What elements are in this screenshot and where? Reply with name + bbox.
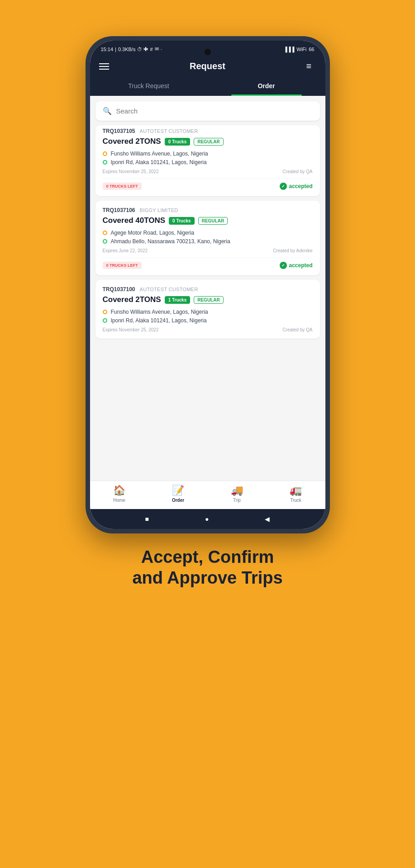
battery-icon: 66 bbox=[309, 47, 314, 52]
regular-badge-1: REGULAR bbox=[198, 217, 228, 225]
android-circle-btn[interactable]: ● bbox=[205, 515, 209, 523]
trq-id-1: TRQ1037106 bbox=[103, 207, 135, 213]
tab-order[interactable]: Order bbox=[208, 77, 325, 95]
request-card-2[interactable]: TRQ1037100 AUTOTEST CUSTOMER Covered 2TO… bbox=[95, 280, 320, 339]
card-footer-0: Expires November 25, 2022 Created by QA bbox=[103, 169, 313, 174]
tab-truck-request[interactable]: Truck Request bbox=[90, 77, 208, 95]
destination-row-0: Iponri Rd, Alaka 101241, Lagos, Nigeria bbox=[103, 159, 313, 165]
tab-bar: Truck Request Order bbox=[90, 77, 325, 96]
home-icon: 🏠 bbox=[113, 485, 125, 496]
app-header: Request bbox=[90, 56, 325, 77]
nav-truck[interactable]: 🚛 Truck bbox=[267, 485, 325, 503]
card-bottom-0: 0 TRUCKS LEFT ✓ accepted bbox=[103, 179, 313, 190]
trucks-badge-0: 0 Trucks bbox=[165, 138, 191, 146]
status-left: 15:14 | 0.3KB/s ⏱ ✱ # ✉ · bbox=[101, 46, 162, 52]
card-title-1: Covered 40TONS bbox=[103, 216, 166, 225]
search-input[interactable] bbox=[116, 107, 313, 115]
origin-row-0: Funsho Williams Avenue, Lagos, Nigeria bbox=[103, 151, 313, 157]
status-bar: 15:14 | 0.3KB/s ⏱ ✱ # ✉ · ▐▐▐ WiFi 66 bbox=[90, 41, 325, 56]
customer-name-1: BIGGY LIMITED bbox=[140, 208, 178, 213]
origin-text-2: Funsho Williams Avenue, Lagos, Nigeria bbox=[111, 309, 208, 315]
header-title: Request bbox=[190, 61, 225, 71]
android-nav-bar: ■ ● ◀ bbox=[90, 509, 325, 529]
phone-wrapper: 15:14 | 0.3KB/s ⏱ ✱ # ✉ · ▐▐▐ WiFi 66 bbox=[86, 36, 330, 533]
expires-0: Expires November 25, 2022 bbox=[103, 169, 159, 174]
origin-text-0: Funsho Williams Avenue, Lagos, Nigeria bbox=[111, 151, 208, 157]
status-time: 15:14 bbox=[101, 47, 114, 52]
truck-label: Truck bbox=[290, 498, 301, 503]
origin-row-1: Agege Motor Road, Lagos, Nigeria bbox=[103, 230, 313, 236]
card-footer-1: Expires June 22, 2022 Created by Adenike bbox=[103, 248, 313, 253]
phone-frame: 15:14 | 0.3KB/s ⏱ ✱ # ✉ · ▐▐▐ WiFi 66 bbox=[86, 36, 330, 533]
search-bar: 🔍 bbox=[95, 101, 320, 121]
hamburger-menu-icon[interactable] bbox=[99, 63, 109, 70]
destination-text-1: Ahmadu Bello, Nassarawa 700213, Kano, Ni… bbox=[111, 238, 230, 245]
status-email-icon: ✉ bbox=[155, 46, 159, 52]
destination-row-2: Iponri Rd, Alaka 101241, Lagos, Nigeria bbox=[103, 317, 313, 324]
home-label: Home bbox=[113, 498, 125, 503]
trq-id-0: TRQ1037105 bbox=[103, 128, 135, 134]
destination-row-1: Ahmadu Bello, Nassarawa 700213, Kano, Ni… bbox=[103, 238, 313, 245]
request-card-partial: TRQ1037105 AUTOTEST CUSTOMER Covered 2TO… bbox=[95, 125, 320, 196]
accepted-label-1: accepted bbox=[289, 262, 312, 269]
order-icon: 📝 bbox=[172, 485, 184, 496]
regular-badge-2: REGULAR bbox=[194, 296, 223, 304]
trucks-left-1: 0 TRUCKS LEFT bbox=[103, 262, 142, 269]
destination-dot-0 bbox=[103, 160, 107, 165]
origin-dot-2 bbox=[103, 310, 107, 314]
wifi-icon: WiFi bbox=[296, 47, 306, 52]
created-by-1: Created by Adenike bbox=[273, 248, 312, 253]
destination-text-2: Iponri Rd, Alaka 101241, Lagos, Nigeria bbox=[111, 317, 207, 324]
origin-dot-0 bbox=[103, 151, 107, 156]
destination-dot-2 bbox=[103, 318, 107, 323]
expires-2: Expires November 25, 2022 bbox=[103, 327, 159, 332]
status-dot: · bbox=[161, 47, 162, 52]
destination-dot-1 bbox=[103, 239, 107, 244]
bottom-nav: 🏠 Home 📝 Order 🚚 Trip 🚛 Truck bbox=[90, 481, 325, 509]
regular-badge-0: REGULAR bbox=[194, 138, 223, 146]
content-area: 🔍 TRQ1037105 AUTOTEST CUSTOMER Covered 2… bbox=[90, 96, 325, 481]
accepted-badge-0: ✓ accepted bbox=[280, 183, 312, 190]
android-square-btn[interactable]: ■ bbox=[145, 515, 149, 523]
origin-text-1: Agege Motor Road, Lagos, Nigeria bbox=[111, 230, 195, 236]
customer-name-0: AUTOTEST CUSTOMER bbox=[140, 128, 198, 134]
signal-icon: ▐▐▐ bbox=[284, 47, 294, 52]
marketing-section: Accept, Confirmand Approve Trips bbox=[132, 547, 282, 588]
marketing-title: Accept, Confirmand Approve Trips bbox=[132, 547, 282, 588]
customer-name-2: AUTOTEST CUSTOMER bbox=[140, 287, 198, 292]
destination-text-0: Iponri Rd, Alaka 101241, Lagos, Nigeria bbox=[111, 159, 207, 165]
created-by-0: Created by QA bbox=[282, 169, 312, 174]
accepted-badge-1: ✓ accepted bbox=[280, 262, 312, 269]
card-title-0: Covered 2TONS bbox=[103, 137, 161, 146]
card-bottom-1: 0 TRUCKS LEFT ✓ accepted bbox=[103, 258, 313, 269]
status-right: ▐▐▐ WiFi 66 bbox=[284, 47, 315, 52]
order-label: Order bbox=[172, 498, 184, 503]
card-footer-2: Expires November 25, 2022 Created by QA bbox=[103, 327, 313, 332]
trip-icon: 🚚 bbox=[231, 485, 243, 496]
nav-trip[interactable]: 🚚 Trip bbox=[208, 485, 267, 503]
search-icon: 🔍 bbox=[103, 107, 112, 115]
status-icons: ⏱ ✱ # bbox=[137, 47, 153, 52]
expires-1: Expires June 22, 2022 bbox=[103, 248, 148, 253]
check-icon-0: ✓ bbox=[280, 183, 287, 190]
phone-screen: 15:14 | 0.3KB/s ⏱ ✱ # ✉ · ▐▐▐ WiFi 66 bbox=[90, 41, 325, 529]
trucks-badge-1: 0 Trucks bbox=[169, 217, 195, 225]
android-back-btn[interactable]: ◀ bbox=[265, 515, 270, 523]
nav-order[interactable]: 📝 Order bbox=[149, 485, 208, 503]
nav-home[interactable]: 🏠 Home bbox=[90, 485, 149, 503]
trq-id-2: TRQ1037100 bbox=[103, 286, 135, 292]
filter-icon[interactable] bbox=[306, 62, 316, 71]
camera-notch bbox=[205, 49, 211, 55]
origin-dot-1 bbox=[103, 231, 107, 235]
status-network: 0.3KB/s bbox=[118, 47, 136, 52]
status-speed: | bbox=[115, 47, 116, 52]
card-title-2: Covered 2TONS bbox=[103, 295, 161, 304]
created-by-2: Created by QA bbox=[282, 327, 312, 332]
accepted-label-0: accepted bbox=[289, 183, 312, 189]
request-card-1[interactable]: TRQ1037106 BIGGY LIMITED Covered 40TONS … bbox=[95, 201, 320, 275]
truck-icon: 🚛 bbox=[290, 485, 302, 496]
trucks-left-0: 0 TRUCKS LEFT bbox=[103, 183, 142, 190]
trip-label: Trip bbox=[233, 498, 241, 503]
check-icon-1: ✓ bbox=[280, 262, 287, 269]
origin-row-2: Funsho Williams Avenue, Lagos, Nigeria bbox=[103, 309, 313, 315]
